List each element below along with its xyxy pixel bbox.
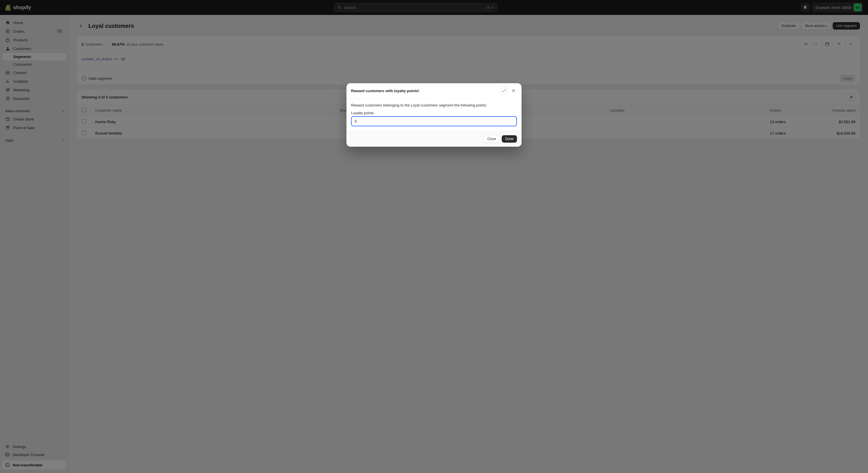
loyalty-points-label: Loyalty points (351, 111, 517, 115)
modal-close-action-button[interactable]: Close (484, 135, 500, 143)
modal-done-button[interactable]: Done (502, 135, 517, 143)
loyalty-points-modal: Reward customers with loyalty points! Re… (346, 83, 522, 147)
expand-button[interactable] (501, 87, 508, 94)
close-icon (512, 89, 516, 93)
modal-title: Reward customers with loyalty points! (351, 89, 420, 93)
expand-icon (503, 89, 506, 92)
modal-description: Reward customers belonging to the Loyal … (351, 103, 517, 107)
loyalty-points-input[interactable] (351, 116, 517, 126)
modal-close-button[interactable] (510, 87, 517, 94)
modal-overlay[interactable]: Reward customers with loyalty points! Re… (0, 0, 868, 473)
